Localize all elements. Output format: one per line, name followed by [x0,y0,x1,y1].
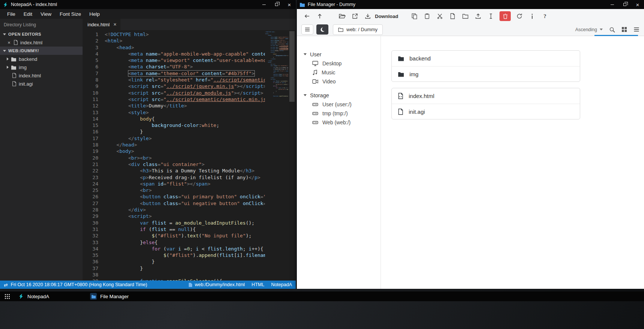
close-icon[interactable]: × [7,40,11,45]
back-button[interactable] [301,9,313,23]
paste-button[interactable] [421,9,433,23]
code-line[interactable]: <title>Dummy</title> [105,103,265,109]
grid-view-button[interactable] [621,27,627,32]
code-line[interactable]: <script src="../script/semantic/semantic… [105,96,265,103]
download-button[interactable] [361,9,374,23]
menu-toggle-button[interactable] [301,24,313,35]
code-line[interactable]: } [105,128,265,135]
code-line[interactable]: $("#flist").append(flist[i].filename + [105,252,265,258]
file-row-index-html[interactable]: index.html [392,88,580,104]
code-line[interactable]: <p>Received drag-in filelist (if any)</p… [105,174,265,181]
cut-button[interactable] [433,9,446,23]
code-line[interactable]: } [105,258,265,265]
tree-item-backend[interactable]: backend [0,55,83,63]
info-button[interactable] [526,9,539,23]
section-header-user[interactable]: User [304,50,381,59]
taskbar-app-file-manager[interactable]: File Manager [86,291,158,301]
code-line[interactable]: <span id="flist"></span> [105,181,265,187]
tree-item-index-html[interactable]: index.html [0,71,83,80]
close-button[interactable]: × [283,0,296,9]
file-row-init-agi[interactable]: init.agi [392,104,580,119]
copy-button[interactable] [408,9,421,23]
code-line[interactable]: <meta charset="UTF-8"> [105,63,265,70]
code-line[interactable]: <!DOCTYPE html> [105,31,265,38]
refresh-button[interactable] [513,9,526,23]
code-line[interactable]: </div> [105,207,265,213]
code-line[interactable]: }else{ [105,239,265,246]
menu-edit[interactable]: Edit [20,9,36,19]
open-button[interactable] [336,9,349,23]
search-button[interactable] [609,27,615,33]
code-line[interactable]: </head> [105,142,265,148]
file-manager-titlebar[interactable]: File Manager - Dummy × [297,0,644,9]
code-line[interactable]: </style> [105,135,265,142]
code-line[interactable]: } [105,265,265,272]
new-file-button[interactable] [446,9,459,23]
code-line[interactable]: <h3>This is a Dummy Testing Module</h3> [105,168,265,174]
sidebar-item-tmp-drive[interactable]: tmp (tmp:/) [304,109,381,118]
file-row-img[interactable]: img [392,66,580,81]
code-line[interactable]: background-color:white; [105,122,265,128]
up-button[interactable] [313,9,326,23]
open-editors-section[interactable]: OPEN EDITORS [0,30,83,38]
app-launcher-button[interactable] [0,291,14,301]
code-line[interactable]: for (var i =0; i < flist.length; i++){ [105,246,265,252]
code-line[interactable]: body{ [105,116,265,122]
notepada-titlebar[interactable]: NotepadA - index.html × [0,0,296,9]
open-in-new-button[interactable] [349,9,361,23]
restore-button[interactable] [618,0,631,9]
code-line[interactable]: <body> [105,148,265,154]
code-line[interactable]: function openFileSelector(){ [105,278,265,281]
sort-order-dropdown[interactable]: Ascending [575,27,603,32]
code-line[interactable]: <script src="../script/jquery.min.js"></… [105,83,265,89]
menu-font-size[interactable]: Font Size [56,9,85,19]
help-button[interactable]: ? [539,9,551,23]
upload-button[interactable] [472,9,485,23]
code-line[interactable]: <script src="../script/ao_module.js"></s… [105,90,265,96]
code-line[interactable]: <button class="ui primary button" onclic… [105,193,265,200]
code-line[interactable]: <br><br> [105,155,265,161]
code-line[interactable]: function openFileSelector(){ [265,95,288,97]
code-line[interactable]: <meta name="theme-color" content="#4b75f… [105,70,265,77]
rename-button[interactable] [485,9,497,23]
code-line[interactable]: <link rel="stylesheet" href="../script/s… [105,77,265,83]
tree-item-img[interactable]: img [0,63,83,71]
open-editor-item[interactable]: × index.html [0,38,83,47]
sidebar-item-user-drive[interactable]: User (user:/) [304,100,381,109]
sidebar-item-desktop[interactable]: Desktop [304,59,381,68]
minimap[interactable]: <!DOCTYPE html><html> <head> <meta name=… [265,31,288,281]
minimize-button[interactable] [257,0,270,9]
tab-index-html[interactable]: index.html × [83,19,120,30]
close-icon[interactable]: × [113,21,116,27]
code-line[interactable]: <html> [105,38,265,44]
new-folder-button[interactable] [459,9,472,23]
menu-view[interactable]: View [36,9,56,19]
code-line[interactable]: <meta name="viewport" content="user-scal… [105,57,265,63]
scrollbar[interactable] [288,31,296,281]
code-line[interactable]: <div class="ui container"> [105,161,265,168]
code-editor[interactable]: 1234567891011121314151617181920212223242… [83,30,296,281]
code-line[interactable]: var flist = ao_module_loadInputFiles(); [105,220,265,226]
restore-button[interactable] [270,0,283,9]
code-content[interactable]: <!DOCTYPE html><html> <head> <meta name=… [98,31,265,281]
workspace-section[interactable]: WEB:/DUMMY/ [0,47,83,55]
code-line[interactable]: <head> [105,44,265,51]
sidebar-item-music[interactable]: Music [304,68,381,77]
menu-help[interactable]: Help [85,9,104,19]
taskbar-app-notepada[interactable]: NotepadA [14,291,86,301]
section-header-storage[interactable]: Storage [304,91,381,100]
code-line[interactable]: <button class="ui negative button" onCli… [105,200,265,207]
code-line[interactable]: <br> [105,187,265,193]
close-button[interactable]: × [631,0,644,9]
code-line[interactable]: <meta name="apple-mobile-web-app-capable… [105,51,265,57]
code-line[interactable] [105,272,265,278]
status-language[interactable]: HTML [251,282,264,287]
code-line[interactable]: $("#flist").text("No input file"); [105,232,265,239]
dark-mode-button[interactable] [316,24,328,35]
breadcrumb[interactable]: web: / Dummy [333,24,383,35]
code-line[interactable]: if (flist == null){ [105,226,265,232]
sidebar-item-video[interactable]: Video [304,77,381,86]
status-file[interactable]: web:/Dummy/index.html [188,282,245,287]
scrollbar-thumb[interactable] [289,31,295,102]
minimize-button[interactable] [606,0,618,9]
